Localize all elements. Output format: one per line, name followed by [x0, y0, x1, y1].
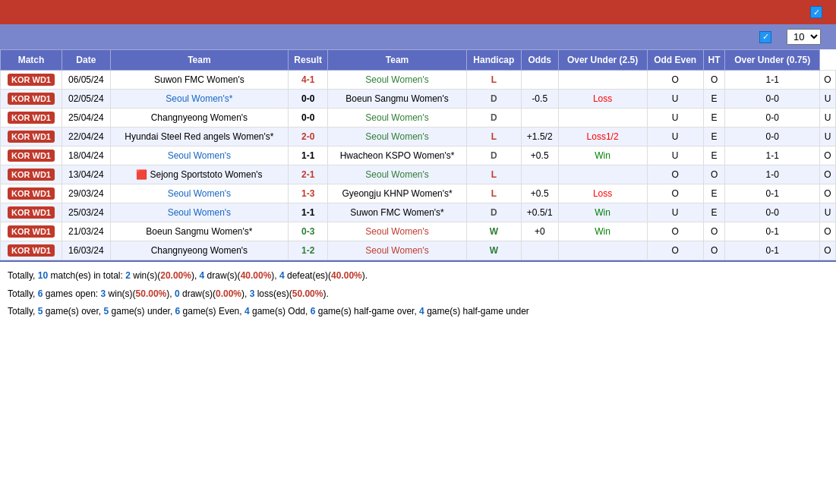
cell-odds: Loss: [558, 184, 647, 203]
table-row: KOR WD1 06/05/24 Suwon FMC Women's 4-1 S…: [1, 71, 836, 90]
cell-outcome: L: [466, 184, 521, 203]
cell-match[interactable]: KOR WD1: [1, 241, 62, 260]
cell-match[interactable]: KOR WD1: [1, 71, 62, 90]
cell-result: 4-1: [289, 71, 328, 90]
display-notes-area: ✓: [810, 6, 827, 18]
cell-odds: Loss1/2: [558, 128, 647, 146]
cell-odds: [558, 71, 647, 90]
table-row: KOR WD1 02/05/24 Seoul Women's* 0-0 Boeu…: [1, 90, 836, 109]
cell-ou75: O: [819, 222, 835, 241]
summary-line2: Totally, 6 games open: 3 win(s)(50.00%),…: [8, 286, 828, 303]
cell-ht: 1-1: [725, 146, 820, 165]
cell-handicap: -0.5: [521, 90, 558, 109]
col-over-under: Over Under (2.5): [558, 50, 647, 71]
cell-over-under: O: [647, 71, 703, 90]
cell-odd-even: O: [703, 165, 725, 184]
league-checkbox[interactable]: ✓: [759, 31, 771, 43]
cell-team1: Changnyeong Women's: [110, 109, 288, 128]
col-result: Result: [289, 50, 328, 71]
cell-handicap: +0.5: [521, 146, 558, 165]
cell-odd-even: E: [703, 203, 725, 222]
cell-ht: 0-0: [725, 109, 820, 128]
col-team2: Team: [328, 50, 467, 71]
league-filter-checkbox-area[interactable]: ✓: [759, 31, 774, 43]
cell-date: 06/05/24: [62, 71, 111, 90]
cell-team2: Seoul Women's: [328, 109, 467, 128]
cell-team1: Suwon FMC Women's: [110, 71, 288, 90]
cell-date: 18/04/24: [62, 146, 111, 165]
cell-handicap: [521, 241, 558, 260]
cell-team2: Seoul Women's: [328, 222, 467, 241]
cell-team2: Suwon FMC Women's*: [328, 203, 467, 222]
cell-ou75: U: [819, 109, 835, 128]
cell-ou75: U: [819, 203, 835, 222]
col-odd-even: Odd Even: [647, 50, 703, 71]
cell-match[interactable]: KOR WD1: [1, 90, 62, 109]
cell-result: 1-1: [289, 146, 328, 165]
cell-over-under: O: [647, 222, 703, 241]
cell-date: 02/05/24: [62, 90, 111, 109]
col-odds: Odds: [521, 50, 558, 71]
cell-date: 25/04/24: [62, 109, 111, 128]
cell-odds: [558, 165, 647, 184]
cell-ht: 1-0: [725, 165, 820, 184]
summary-line1: Totally, 10 match(es) in total: 2 win(s)…: [8, 268, 828, 285]
cell-ht: 0-0: [725, 128, 820, 146]
cell-result: 1-1: [289, 203, 328, 222]
cell-handicap: +0: [521, 222, 558, 241]
cell-result: 2-1: [289, 165, 328, 184]
cell-outcome: D: [466, 146, 521, 165]
cell-team1: Seoul Women's: [110, 203, 288, 222]
cell-team1: 🟥 Sejong Sportstoto Women's: [110, 165, 288, 184]
cell-odd-even: E: [703, 90, 725, 109]
cell-team1: Seoul Women's: [110, 146, 288, 165]
cell-result: 2-0: [289, 128, 328, 146]
display-notes-checkbox[interactable]: ✓: [810, 6, 822, 18]
cell-over-under: U: [647, 109, 703, 128]
cell-date: 29/03/24: [62, 184, 111, 203]
cell-ou75: O: [819, 184, 835, 203]
summary-section: Totally, 10 match(es) in total: 2 win(s)…: [0, 260, 836, 328]
cell-over-under: U: [647, 128, 703, 146]
cell-odds: Win: [558, 203, 647, 222]
col-handicap: Handicap: [466, 50, 521, 71]
cell-outcome: L: [466, 165, 521, 184]
cell-outcome: W: [466, 241, 521, 260]
cell-team1: Seoul Women's*: [110, 90, 288, 109]
cell-ht: 0-1: [725, 222, 820, 241]
cell-odds: [558, 109, 647, 128]
cell-match[interactable]: KOR WD1: [1, 222, 62, 241]
cell-odd-even: O: [703, 241, 725, 260]
cell-team2: Seoul Women's: [328, 128, 467, 146]
cell-match[interactable]: KOR WD1: [1, 203, 62, 222]
col-ht: HT: [703, 50, 725, 71]
games-select[interactable]: 10 15 20: [787, 29, 821, 45]
cell-result: 0-0: [289, 109, 328, 128]
cell-match[interactable]: KOR WD1: [1, 184, 62, 203]
cell-odd-even: E: [703, 109, 725, 128]
table-row: KOR WD1 21/03/24 Boeun Sangmu Women's* 0…: [1, 222, 836, 241]
table-row: KOR WD1 18/04/24 Seoul Women's 1-1 Hwach…: [1, 146, 836, 165]
summary-line3: Totally, 5 game(s) over, 5 game(s) under…: [8, 304, 828, 320]
cell-odds: Loss: [558, 90, 647, 109]
cell-handicap: [521, 71, 558, 90]
cell-over-under: U: [647, 203, 703, 222]
cell-odd-even: O: [703, 71, 725, 90]
cell-team2: Boeun Sangmu Women's: [328, 90, 467, 109]
cell-match[interactable]: KOR WD1: [1, 146, 62, 165]
cell-date: 21/03/24: [62, 222, 111, 241]
filter-bar: ✓ 10 15 20: [0, 24, 836, 49]
cell-date: 22/04/24: [62, 128, 111, 146]
cell-team1: Changnyeong Women's: [110, 241, 288, 260]
cell-over-under: O: [647, 165, 703, 184]
cell-match[interactable]: KOR WD1: [1, 165, 62, 184]
cell-team1: Seoul Women's: [110, 184, 288, 203]
cell-match[interactable]: KOR WD1: [1, 109, 62, 128]
cell-over-under: O: [647, 184, 703, 203]
cell-odd-even: O: [703, 222, 725, 241]
cell-match[interactable]: KOR WD1: [1, 128, 62, 146]
cell-date: 16/03/24: [62, 241, 111, 260]
cell-team1: Boeun Sangmu Women's*: [110, 222, 288, 241]
col-ou75: Over Under (0.75): [725, 50, 820, 71]
cell-ht: 0-1: [725, 184, 820, 203]
